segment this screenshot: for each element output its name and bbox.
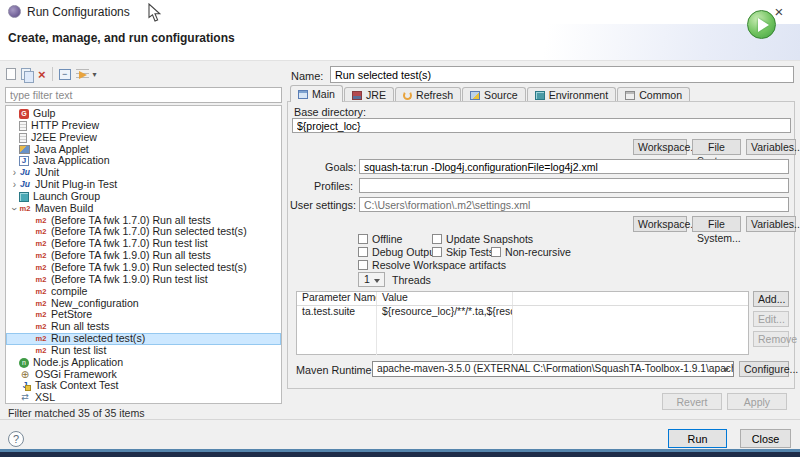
- table-header-row: Parameter NameValue: [297, 292, 748, 306]
- main-tab-content: Base directory: Workspace...File System.…: [287, 101, 795, 389]
- table-empty-row[interactable]: [297, 343, 748, 355]
- checkbox-label: Non-recursive: [505, 246, 571, 258]
- tree-item[interactable]: m2PetStore: [6, 309, 281, 321]
- checkbox-label: Skip Tests: [446, 246, 494, 258]
- tree-item-label: J2EE Preview: [31, 132, 97, 144]
- server-icon: [19, 133, 27, 143]
- checkbox-box: [432, 247, 442, 257]
- checkbox-offline[interactable]: Offline: [358, 233, 432, 245]
- lgroup-icon: [19, 192, 29, 202]
- expand-arrow-icon[interactable]: ›: [10, 179, 19, 191]
- table-empty-row[interactable]: [297, 319, 748, 331]
- osgi-icon: ⊕: [19, 369, 31, 379]
- xsl-icon: ⇄: [19, 393, 31, 403]
- checkbox-row-2: Debug OutputSkip TestsNon-recursive: [358, 246, 571, 258]
- apply-button[interactable]: Apply: [727, 393, 787, 410]
- checkbox-box: [358, 234, 368, 244]
- filter-status: Filter matched 35 of 35 items: [8, 407, 145, 419]
- empty-cell: [297, 319, 377, 331]
- tab-source[interactable]: Source: [462, 87, 526, 102]
- close-button[interactable]: Close: [740, 429, 791, 448]
- empty-cell: [297, 343, 377, 355]
- variables-button[interactable]: Variables...: [746, 216, 796, 232]
- tab-label: Environment: [549, 89, 608, 101]
- tree-item[interactable]: m2compile: [6, 286, 281, 298]
- workspace-button[interactable]: Workspace...: [633, 139, 687, 155]
- checkbox-box: [432, 234, 442, 244]
- checkbox-debug-output[interactable]: Debug Output: [358, 246, 432, 258]
- checkbox-row-1: OfflineUpdate Snapshots: [358, 233, 491, 245]
- variables-button[interactable]: Variables...: [746, 139, 796, 155]
- tree-item[interactable]: Launch Group: [6, 191, 281, 203]
- tree-item-label: Maven Build: [35, 203, 93, 215]
- collapse-all-icon[interactable]: −: [59, 69, 71, 80]
- maven-runtime-dropdown[interactable]: apache-maven-3.5.0 (EXTERNAL C:\Formatio…: [372, 361, 734, 377]
- goals-input[interactable]: [359, 159, 789, 174]
- file-system-button[interactable]: File System...: [692, 216, 741, 232]
- tab-main[interactable]: Main: [290, 85, 343, 102]
- base-directory-input[interactable]: [292, 118, 791, 133]
- table-row[interactable]: ta.test.suite${resource_loc}/**/*.ta,${r…: [297, 306, 748, 319]
- run-button[interactable]: Run: [668, 429, 727, 448]
- refresh-tab-icon: [403, 91, 412, 100]
- checkbox-non-recursive[interactable]: Non-recursive: [491, 246, 571, 258]
- chevron-down-icon[interactable]: ▾: [93, 70, 97, 79]
- tree-item[interactable]: HTTP Preview: [6, 120, 281, 132]
- tree-item[interactable]: m2(Before TA fwk 1.9.0) Run test list: [6, 274, 281, 286]
- tree-item[interactable]: m2Run selected test(s): [6, 333, 281, 345]
- tab-label: Common: [639, 89, 682, 101]
- tab-environment[interactable]: Environment: [527, 87, 616, 102]
- add-button[interactable]: Add...: [753, 291, 789, 307]
- filter-input[interactable]: [5, 87, 282, 103]
- checkbox-label: Offline: [372, 233, 402, 245]
- checkbox-box: [491, 247, 501, 257]
- javaapp-icon: J: [19, 156, 29, 166]
- param-name-cell: ta.test.suite: [297, 306, 377, 319]
- tree-item[interactable]: m2New_configuration: [6, 298, 281, 310]
- m2-icon: m2: [35, 275, 47, 285]
- run-configurations-icon: [8, 5, 21, 18]
- path-buttons-row-1: Workspace...File System...Variables...: [633, 139, 796, 155]
- checkbox-update-snapshots[interactable]: Update Snapshots: [432, 233, 491, 245]
- checkbox-resolve-workspace-artifacts[interactable]: Resolve Workspace artifacts: [358, 259, 432, 271]
- footer-separator: [0, 419, 800, 420]
- tab-jre[interactable]: JRE: [344, 87, 394, 102]
- file-system-button[interactable]: File System...: [692, 139, 741, 155]
- edit-button[interactable]: Edit...: [753, 311, 789, 327]
- tree-item-label: Launch Group: [33, 191, 100, 203]
- help-icon[interactable]: ?: [8, 431, 24, 447]
- profiles-input[interactable]: [359, 178, 789, 193]
- expand-arrow-icon[interactable]: ›: [9, 204, 21, 213]
- table-empty-row[interactable]: [297, 331, 748, 343]
- tree-item[interactable]: J2EE Preview: [6, 132, 281, 144]
- m2-icon: m2: [35, 239, 47, 249]
- m2-icon: m2: [35, 216, 47, 226]
- m2-icon: m2: [35, 310, 47, 320]
- checkbox-label: Debug Output: [372, 246, 438, 258]
- main-tab-icon: [298, 90, 308, 99]
- user-settings-input[interactable]: [359, 197, 789, 212]
- new-configuration-icon[interactable]: [6, 68, 16, 80]
- tree-item[interactable]: ›m2Maven Build: [6, 203, 281, 215]
- tree-item[interactable]: nNode.js Application: [6, 357, 281, 369]
- delete-icon[interactable]: ×: [38, 68, 46, 81]
- remove-button[interactable]: Remove: [753, 331, 789, 347]
- tab-refresh[interactable]: Refresh: [395, 87, 461, 102]
- duplicate-icon[interactable]: [21, 68, 33, 81]
- filter-icon[interactable]: [76, 69, 89, 80]
- empty-cell: [513, 306, 748, 319]
- tab-common[interactable]: Common: [617, 87, 690, 102]
- workspace-button[interactable]: Workspace...: [633, 216, 687, 232]
- expand-arrow-icon[interactable]: ›: [10, 167, 19, 179]
- m2-icon: m2: [35, 322, 47, 332]
- checkbox-skip-tests[interactable]: Skip Tests: [432, 246, 491, 258]
- revert-button[interactable]: Revert: [662, 393, 722, 410]
- parameter-table[interactable]: Parameter NameValueta.test.suite${resour…: [296, 291, 749, 355]
- threads-dropdown[interactable]: 1: [358, 272, 385, 287]
- node-icon: n: [19, 358, 29, 368]
- name-input[interactable]: [330, 66, 794, 83]
- configure-button[interactable]: Configure...: [739, 361, 789, 377]
- tree-item[interactable]: ⇄XSL: [6, 392, 281, 404]
- tree-item[interactable]: m2Run test list: [6, 345, 281, 357]
- chevron-down-icon: [723, 368, 729, 372]
